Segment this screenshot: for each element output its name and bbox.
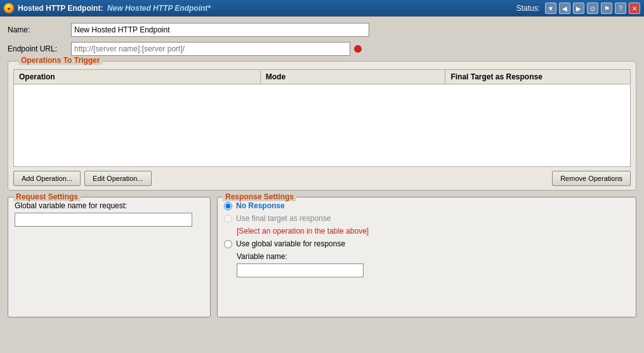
title-text: Hosted HTTP Endpoint: New Hosted HTTP En… — [18, 4, 211, 13]
response-content: No Response Use final target as response… — [218, 201, 636, 277]
url-status-indicator — [354, 45, 362, 53]
title-bar: ● Hosted HTTP Endpoint: New Hosted HTTP … — [0, 0, 644, 17]
request-var-label: Global variable name for request: — [15, 201, 204, 210]
col-mode: Mode — [260, 70, 445, 84]
back-btn[interactable]: ◀ — [559, 3, 570, 14]
close-btn[interactable]: ✕ — [629, 3, 640, 14]
request-var-input[interactable] — [15, 213, 192, 227]
bottom-row: Request Settings Global variable name fo… — [8, 197, 636, 317]
app-icon: ● — [4, 3, 14, 13]
response-panel: Response Settings No Response Use final … — [217, 197, 636, 317]
ops-panel: Operations To Trigger Operation Mode Fin… — [8, 61, 636, 190]
name-row: Name: — [8, 23, 636, 37]
final-target-option: Use final target as response — [224, 214, 629, 223]
title-static: Hosted HTTP Endpoint: — [18, 4, 103, 13]
url-input-wrapper — [71, 42, 362, 56]
global-var-label: Use global variable for response — [236, 239, 345, 248]
request-panel: Request Settings Global variable name fo… — [8, 197, 211, 317]
no-response-radio[interactable] — [224, 202, 232, 210]
remove-operations-button[interactable]: Remove Operations — [552, 171, 631, 186]
response-panel-legend: Response Settings — [223, 192, 296, 201]
url-row: Endpoint URL: — [8, 42, 636, 56]
name-input[interactable] — [71, 23, 369, 37]
var-name-label: Variable name: — [237, 252, 629, 261]
no-response-label: No Response — [236, 201, 285, 210]
ops-panel-legend: Operations To Trigger — [18, 56, 102, 65]
col-final-target: Final Target as Response — [445, 70, 631, 84]
col-operation: Operation — [14, 70, 261, 84]
warn-btn[interactable]: ⚑ — [601, 3, 612, 14]
name-label: Name: — [8, 25, 71, 34]
request-panel-legend: Request Settings — [13, 192, 81, 201]
ops-buttons-row: Add Operation... Edit Operation... Remov… — [8, 167, 636, 190]
title-bar-left: ● Hosted HTTP Endpoint: New Hosted HTTP … — [4, 3, 211, 13]
help-btn[interactable]: ? — [615, 3, 626, 14]
request-content: Global variable name for request: — [8, 201, 210, 227]
status-label: Status: — [516, 4, 540, 13]
url-input[interactable] — [71, 42, 350, 56]
var-name-input[interactable] — [237, 263, 364, 277]
edit-operation-button[interactable]: Edit Operation... — [84, 171, 152, 186]
final-target-radio[interactable] — [224, 215, 232, 223]
no-response-option: No Response — [224, 201, 629, 210]
main-content: Name: Endpoint URL: Operations To Trigge… — [0, 17, 644, 324]
title-bar-controls: Status: ▼ ◀ ▶ ⊙ ⚑ ? ✕ — [516, 3, 640, 14]
select-hint: [Select an operation in the table above] — [237, 227, 629, 236]
global-var-option: Use global variable for response — [224, 239, 629, 248]
global-var-radio[interactable] — [224, 240, 232, 248]
ops-table: Operation Mode Final Target as Response — [13, 69, 631, 84]
title-dynamic: New Hosted HTTP Endpoint* — [107, 4, 211, 13]
ops-table-wrapper: Operation Mode Final Target as Response — [13, 69, 631, 167]
dropdown-btn[interactable]: ▼ — [545, 3, 556, 14]
ops-table-body — [13, 84, 631, 167]
ops-buttons-left: Add Operation... Edit Operation... — [13, 171, 152, 186]
add-operation-button[interactable]: Add Operation... — [13, 171, 81, 186]
forward-btn[interactable]: ▶ — [573, 3, 584, 14]
save-btn[interactable]: ⊙ — [587, 3, 598, 14]
final-target-label: Use final target as response — [236, 214, 331, 223]
url-label: Endpoint URL: — [8, 44, 71, 53]
